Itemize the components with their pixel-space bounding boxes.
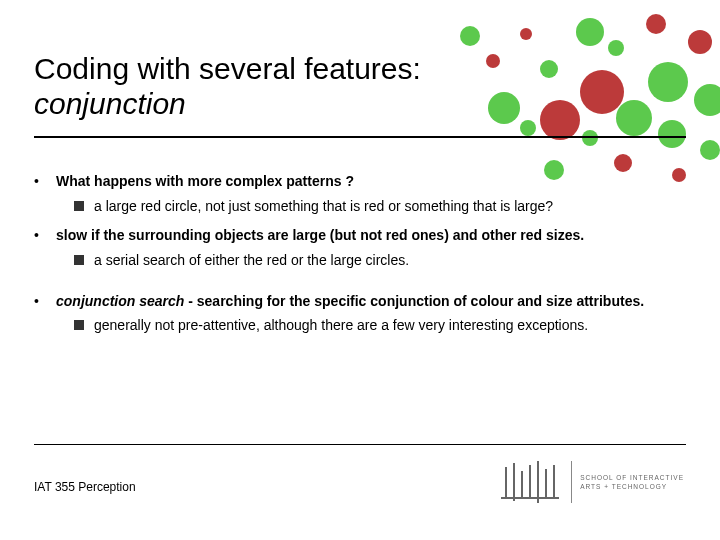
decorative-dot [658,120,686,148]
bullet-3-italic: conjunction search [56,293,184,309]
decorative-dot [582,130,598,146]
bullet-3-sub: generally not pre-attentive, although th… [74,316,686,335]
bullet-3-sub-text: generally not pre-attentive, although th… [94,316,686,335]
decorative-dot [520,120,536,136]
decorative-dot [460,26,480,46]
subbullet-marker [74,320,84,330]
divider-bottom [34,444,686,445]
logo-text: School of Interactive Arts + Technology [580,473,684,491]
slide-content: • What happens with more complex pattern… [34,162,686,345]
bullet-2-text: slow if the surrounding objects are larg… [56,226,686,245]
logo-mark-icon [501,461,563,503]
subbullet-marker [74,255,84,265]
decorative-dot [694,84,720,116]
bullet-1-sub: a large red circle, not just something t… [74,197,686,216]
decorative-dot [688,30,712,54]
bullet-1-text: What happens with more complex patterns … [56,172,686,191]
decorative-dot [520,28,532,40]
logo: School of Interactive Arts + Technology [501,456,684,508]
slide-title: Coding with several features: conjunctio… [34,52,594,121]
bullet-2: • slow if the surrounding objects are la… [34,226,686,245]
bullet-marker: • [34,226,56,245]
logo-text-line-2: Arts + Technology [580,482,684,491]
decorative-dot [700,140,720,160]
bullet-marker: • [34,292,56,311]
decorative-dot [616,100,652,136]
bullet-2-sub: a serial search of either the red or the… [74,251,686,270]
bullet-1-sub-text: a large red circle, not just something t… [94,197,686,216]
bullet-marker: • [34,172,56,191]
title-line-2: conjunction [34,87,594,122]
decorative-dot [608,40,624,56]
decorative-dot [646,14,666,34]
decorative-dot [576,18,604,46]
bullet-3: • conjunction search - searching for the… [34,292,686,311]
decorative-dot [648,62,688,102]
bullet-2-sub-text: a serial search of either the red or the… [94,251,686,270]
bullet-3-text: conjunction search - searching for the s… [56,292,686,311]
logo-text-line-1: School of Interactive [580,473,684,482]
footer-text: IAT 355 Perception [34,480,136,494]
slide: { "title": { "line1": "Coding with sever… [0,0,720,540]
title-line-1: Coding with several features: [34,52,594,87]
logo-separator [571,461,572,503]
divider-top [34,136,686,138]
bullet-1: • What happens with more complex pattern… [34,172,686,191]
subbullet-marker [74,201,84,211]
bullet-3-rest: - searching for the specific conjunction… [184,293,644,309]
